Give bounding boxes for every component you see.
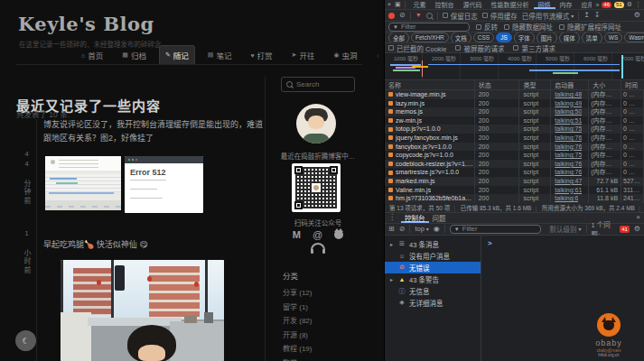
nav-item[interactable]: 笔记 (202, 46, 238, 64)
request-row[interactable]: Valine.min.js 200 script talking:61 61.1… (385, 186, 644, 195)
request-initiator-link[interactable]: talking:76 (555, 168, 582, 177)
nav-item[interactable]: 归档 (117, 46, 152, 64)
nav-item[interactable]: 虫洞 (328, 46, 362, 64)
record-network-log-button[interactable] (388, 13, 395, 19)
nav-item[interactable]: 打赏 (245, 46, 277, 64)
console-filter-item[interactable]: 无信息 (385, 285, 481, 297)
hide-extension-urls-checkbox[interactable]: 隐藏扩展程序网址 (559, 22, 621, 32)
filter-funnel-icon[interactable]: ▼ (415, 12, 422, 19)
issues-count-badge[interactable]: 41 (620, 226, 630, 233)
attachment-screenshot-thumbnail[interactable] (45, 156, 121, 210)
warning-count-badge[interactable]: 51 (614, 2, 624, 8)
request-row[interactable]: fancybox.js?v=1.0.0 200 script talking:7… (385, 143, 644, 152)
third-party-checkbox[interactable]: 第三方请求 (513, 43, 555, 53)
clear-network-log-icon[interactable]: ⊘ (399, 12, 406, 19)
request-initiator-link[interactable]: talking:76 (555, 134, 582, 143)
request-row[interactable]: memos.js 200 script talking:50 (内存缓存) 0 … (385, 107, 644, 116)
resource-type-pill[interactable]: Fetch/XHR (411, 32, 449, 42)
column-header-size[interactable]: 大小 (589, 80, 621, 89)
request-initiator-link[interactable]: talking:47 (555, 177, 582, 186)
devtools-tab[interactable]: 源代码 (459, 0, 487, 9)
console-sidebar-toggle-icon[interactable]: ⊞ (388, 226, 395, 233)
device-toolbar-icon[interactable]: ▣ (395, 1, 401, 8)
console-prompt-chevron[interactable]: > (488, 239, 492, 247)
devtools-tab[interactable]: 网络 (534, 0, 555, 9)
request-row[interactable]: zw-min.js 200 script talking:51 (内存缓存) 0… (385, 116, 644, 125)
resource-type-pill[interactable]: Wasm (624, 32, 644, 42)
invert-checkbox[interactable]: 反转 (476, 22, 498, 32)
close-drawer-icon[interactable]: × (636, 214, 640, 221)
execution-context-select[interactable]: top (415, 225, 428, 233)
console-messages-pane[interactable]: > obaby obaby@mars h4ck.org.cn (481, 236, 644, 361)
drawer-tab[interactable]: 问题 (429, 213, 450, 223)
search-network-icon[interactable] (426, 13, 433, 19)
nav-item[interactable]: 关于 (371, 46, 378, 64)
console-filter-item[interactable]: 43 条警告 (385, 273, 481, 285)
request-initiator-link[interactable]: talking:75 (555, 125, 582, 134)
console-filter-item[interactable]: 无详细消息 (385, 297, 481, 309)
nav-item[interactable]: 随记 (160, 46, 194, 64)
inspect-element-icon[interactable]: ⌖ (387, 1, 391, 8)
request-row[interactable]: lazy.min.js 200 script talking:49 (内存缓存)… (385, 99, 644, 108)
more-tabs-icon[interactable]: » (595, 2, 599, 8)
resource-type-pill[interactable]: WS (604, 32, 622, 42)
request-initiator-link[interactable]: talking:49 (555, 99, 582, 108)
request-initiator-link[interactable]: talking:76 (555, 160, 582, 169)
request-row[interactable]: marked.min.js 200 script talking:47 72.7… (385, 177, 644, 186)
mastodon-icon[interactable]: M (293, 229, 301, 240)
resource-type-pill[interactable]: 文档 (451, 32, 471, 43)
column-header-time[interactable]: 时间 (621, 80, 644, 89)
preserve-log-checkbox[interactable]: 保留日志 (443, 11, 478, 21)
request-row[interactable]: smartresize.js?v=1.0.0 200 script talkin… (385, 168, 644, 177)
devtools-tab[interactable]: 元素 (409, 0, 431, 9)
request-initiator-link[interactable]: talking:6 (555, 194, 578, 203)
column-header-initiator[interactable]: 启动器 (551, 80, 589, 89)
import-har-icon[interactable]: ↥ (583, 12, 590, 19)
resource-type-pill[interactable]: 媒体 (559, 32, 580, 43)
request-row[interactable]: view-image.min.js 200 script talking:48 … (385, 90, 644, 99)
error-count-badge[interactable]: 46 (602, 2, 611, 8)
hide-data-urls-checkbox[interactable]: 隐藏数据网址 (504, 22, 553, 32)
resource-type-pill[interactable]: CSS (473, 32, 494, 42)
resource-type-pill[interactable]: 图片 (537, 32, 557, 43)
column-header-type[interactable]: 类型 (519, 80, 551, 89)
blocked-requests-checkbox[interactable]: 被屏蔽的请求 (455, 43, 504, 53)
clear-console-icon[interactable]: ⊘ (399, 226, 406, 233)
avatar[interactable] (296, 104, 336, 143)
memo-photo[interactable] (61, 260, 224, 361)
github-icon[interactable] (334, 230, 343, 239)
throttling-select[interactable]: 已停用节流模式 (522, 11, 574, 21)
theme-toggle-button[interactable]: ☾ (15, 330, 36, 351)
console-settings-gear-icon[interactable]: ⚙ (634, 226, 640, 233)
request-initiator-link[interactable]: talking:61 (555, 186, 582, 195)
console-filter-item[interactable]: 没有用户消息 (385, 250, 481, 262)
kebab-menu-icon[interactable]: ⋮ (635, 1, 641, 8)
search-input[interactable]: Search (281, 77, 355, 92)
request-row[interactable]: hm.js?7310362b5fe0b1ab13a1897… 200 scrip… (385, 194, 644, 203)
request-initiator-link[interactable]: talking:76 (555, 143, 582, 152)
log-levels-select[interactable]: 默认级别 (550, 224, 582, 234)
network-settings-gear-icon[interactable]: ⚙ (634, 12, 640, 19)
column-header-name[interactable]: 名称 (385, 80, 475, 89)
console-filter-item[interactable]: 无错误 (385, 262, 481, 273)
request-row[interactable]: totop.js?v=1.0.0 200 script talking:75 (… (385, 125, 644, 134)
request-initiator-link[interactable]: talking:50 (555, 107, 582, 116)
disable-cache-checkbox[interactable]: 停用缓存 (482, 11, 518, 21)
column-header-status[interactable]: 状态 (475, 80, 520, 89)
request-row[interactable]: codeblock-resizer.js?v=1.0.0 200 script … (385, 160, 644, 169)
request-initiator-link[interactable]: talking:51 (555, 116, 582, 125)
attachment-error-page-thumbnail[interactable]: Error 512 (125, 156, 203, 213)
settings-gear-icon[interactable]: ⚙ (627, 1, 632, 8)
request-row[interactable]: jquery.fancybox.min.js 200 script talkin… (385, 134, 644, 143)
request-initiator-link[interactable]: talking:48 (555, 90, 582, 99)
category-link[interactable]: 分享 (12) (283, 287, 312, 297)
drawer-kebab-menu-icon[interactable]: ⋮ (388, 214, 396, 221)
console-filter-input[interactable]: ▼ Filter (450, 225, 541, 234)
drawer-tab[interactable]: 控制台 (401, 213, 429, 223)
category-link[interactable]: 开源 (8) (283, 329, 312, 339)
console-filter-item[interactable]: 43 条消息 (385, 238, 481, 250)
blocked-cookies-checkbox[interactable]: 已拦截的 Cookie (388, 43, 446, 53)
create-live-expression-eye-icon[interactable]: ◉ (434, 226, 440, 233)
request-initiator-link[interactable]: talking:75 (555, 151, 582, 160)
request-row[interactable]: copycode.js?v=1.0.0 200 script talking:7… (385, 151, 644, 160)
